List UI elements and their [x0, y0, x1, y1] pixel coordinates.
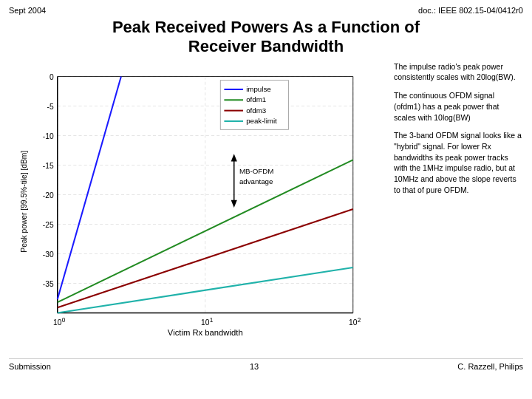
y-axis-label: Peak power [99.5%-tile] [dBm]	[20, 150, 28, 252]
svg-text:10: 10	[201, 318, 210, 327]
doc-label: doc.: IEEE 802.15-04/0412r0	[418, 6, 523, 15]
svg-text:1: 1	[210, 317, 214, 324]
page-number: 13	[250, 362, 259, 371]
svg-text:-10: -10	[43, 132, 54, 140]
note-3: The 3-band OFDM signal looks like a "hyb…	[394, 130, 523, 195]
svg-text:ofdm3: ofdm3	[246, 106, 266, 115]
svg-text:-30: -30	[43, 250, 54, 258]
svg-text:-20: -20	[43, 191, 54, 199]
note-1: The impulse radio's peak power consisten…	[394, 61, 523, 83]
svg-marker-40	[231, 154, 237, 161]
svg-text:10: 10	[53, 318, 62, 327]
note-2: The continuous OFDM signal (ofdm1) has a…	[394, 90, 523, 123]
side-notes: The impulse radio's peak power consisten…	[386, 61, 523, 357]
svg-text:-35: -35	[43, 279, 54, 287]
svg-text:-25: -25	[43, 220, 54, 228]
svg-text:10: 10	[349, 318, 358, 327]
svg-text:peak-limit: peak-limit	[246, 117, 277, 125]
page-title: Peak Received Powers As a Function of Re…	[9, 18, 523, 57]
svg-marker-41	[231, 200, 237, 207]
content-area: Peak power [99.5%-tile] [dBm]	[9, 61, 523, 357]
svg-text:0: 0	[50, 72, 54, 81]
page: Sept 2004 doc.: IEEE 802.15-04/0412r0 Pe…	[0, 0, 532, 399]
header: Sept 2004 doc.: IEEE 802.15-04/0412r0	[9, 6, 523, 15]
impulse-line	[58, 76, 121, 299]
author-label: C. Razzell, Philips	[457, 362, 523, 371]
date-label: Sept 2004	[9, 6, 46, 15]
chart-svg: Peak power [99.5%-tile] [dBm]	[9, 61, 386, 357]
chart-section: Peak power [99.5%-tile] [dBm]	[9, 61, 386, 357]
svg-text:impulse: impulse	[246, 85, 271, 93]
x-axis-label: Victim Rx bandwidth	[168, 328, 243, 337]
advantage-label: advantage	[239, 177, 273, 185]
ofdm3-line	[58, 209, 353, 307]
svg-text:-5: -5	[47, 102, 54, 110]
submission-label: Submission	[9, 362, 51, 371]
svg-text:2: 2	[358, 317, 361, 324]
svg-text:ofdm1: ofdm1	[246, 95, 266, 103]
svg-text:-15: -15	[43, 161, 54, 169]
mb-ofdm-label: MB-OFDM	[239, 167, 274, 175]
svg-text:0: 0	[62, 317, 66, 324]
footer: Submission 13 C. Razzell, Philips	[9, 358, 523, 371]
